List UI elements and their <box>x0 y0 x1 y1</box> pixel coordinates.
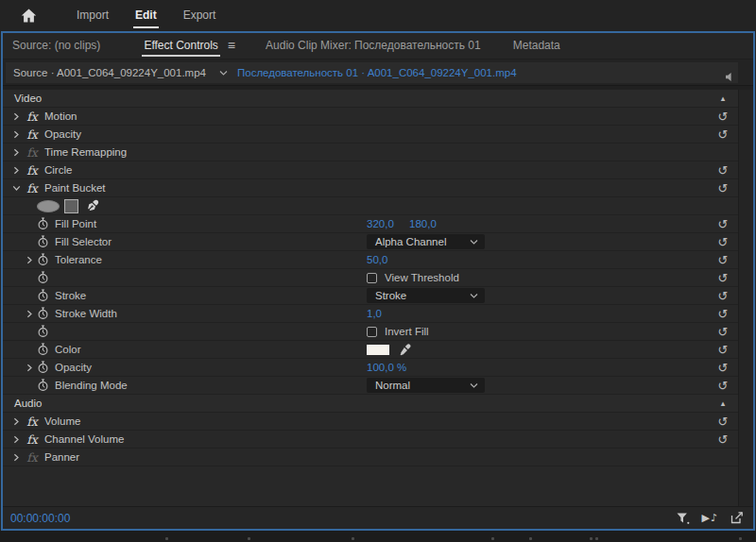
reset-parameter-icon[interactable]: ↺ <box>715 380 730 392</box>
stopwatch-icon[interactable] <box>37 217 49 230</box>
chevron-down-icon[interactable] <box>9 184 24 192</box>
reset-parameter-icon[interactable]: ↺ <box>715 290 730 302</box>
stopwatch-icon[interactable] <box>37 235 49 248</box>
effect-row-circle[interactable]: fx Circle ↺ <box>3 161 753 179</box>
reset-parameter-icon[interactable]: ↺ <box>715 254 730 266</box>
fill-point-y-value[interactable]: 180,0 <box>409 218 437 229</box>
blending-mode-dropdown[interactable]: Normal <box>367 378 485 393</box>
tab-edit[interactable]: Edit <box>122 0 170 31</box>
param-label: Stroke Width <box>55 308 117 319</box>
opacity-value[interactable]: 100,0 % <box>367 362 406 373</box>
reset-parameter-icon[interactable]: ↺ <box>715 218 730 230</box>
effect-row-motion[interactable]: fx Motion ↺ <box>3 108 753 126</box>
fill-point-x-value[interactable]: 320,0 <box>367 218 409 229</box>
fx-badge[interactable]: fx <box>24 127 41 142</box>
fx-badge[interactable]: fx <box>24 181 41 195</box>
stopwatch-icon[interactable] <box>37 361 49 374</box>
scrollbar-gutter[interactable] <box>738 90 753 506</box>
collapse-section-icon[interactable]: ▴ <box>715 93 730 103</box>
effect-row-channel-volume[interactable]: fx Channel Volume ↺ <box>3 431 753 449</box>
tolerance-value[interactable]: 50,0 <box>367 254 387 265</box>
reset-effect-icon[interactable]: ↺ <box>715 433 730 446</box>
stopwatch-icon[interactable] <box>37 325 49 338</box>
panel-menu-icon[interactable]: ≡ <box>228 33 235 59</box>
param-label: Color <box>55 344 80 355</box>
effect-row-paint-bucket[interactable]: fx Paint Bucket ↺ <box>3 179 753 197</box>
reset-effect-icon[interactable]: ↺ <box>715 182 730 195</box>
color-swatch[interactable] <box>367 345 389 355</box>
reset-parameter-icon[interactable]: ↺ <box>715 326 730 338</box>
dropdown-value: Normal <box>375 380 410 391</box>
fx-badge-disabled[interactable]: fx <box>24 145 41 160</box>
chevron-right-icon[interactable] <box>9 130 24 139</box>
fx-badge[interactable]: fx <box>24 110 41 124</box>
panel-footer: 00:00:00:00 ▶♪ <box>3 506 753 529</box>
reset-parameter-icon[interactable]: ↺ <box>715 362 730 374</box>
premiere-window: Import Edit Export Source: (no clips) Ef… <box>0 0 756 542</box>
tab-metadata[interactable]: Metadata <box>504 33 570 59</box>
tab-export[interactable]: Export <box>170 0 230 31</box>
tab-import[interactable]: Import <box>63 0 122 31</box>
chevron-right-icon[interactable] <box>9 435 24 444</box>
chevron-right-icon[interactable] <box>22 256 37 264</box>
stopwatch-icon[interactable] <box>37 289 49 302</box>
fx-badge-disabled[interactable]: fx <box>24 450 41 465</box>
filter-properties-icon[interactable] <box>677 513 690 524</box>
eyedropper-icon[interactable] <box>399 344 411 356</box>
tab-source-monitor[interactable]: Source: (no clips) <box>3 33 110 59</box>
reset-parameter-icon[interactable]: ↺ <box>715 344 730 356</box>
pen-tool-icon[interactable] <box>85 199 100 213</box>
home-icon[interactable] <box>21 8 37 23</box>
stroke-width-value[interactable]: 1,0 <box>367 308 382 319</box>
fx-badge[interactable]: fx <box>24 163 41 178</box>
tab-effect-controls[interactable]: Effect Controls <box>134 33 227 59</box>
stroke-type-dropdown[interactable]: Stroke <box>367 288 485 303</box>
timecode[interactable]: 00:00:00:00 <box>10 512 70 525</box>
reset-parameter-icon[interactable]: ↺ <box>715 308 730 320</box>
stopwatch-icon[interactable] <box>37 253 49 266</box>
reset-effect-icon[interactable]: ↺ <box>715 110 730 123</box>
effect-name: Motion <box>44 110 77 122</box>
chevron-down-icon[interactable] <box>219 70 228 76</box>
chevron-right-icon[interactable] <box>9 148 24 157</box>
stopwatch-icon[interactable] <box>37 307 49 320</box>
collapse-section-icon[interactable]: ▴ <box>715 398 730 408</box>
param-label: Stroke <box>55 290 86 301</box>
param-row-stroke: Stroke Stroke ↺ <box>3 287 753 305</box>
sequence-clip-label[interactable]: Последовательность 01 · A001_C064_09224Y… <box>237 67 517 78</box>
rectangle-tool-icon[interactable] <box>64 199 78 213</box>
reset-effect-icon[interactable]: ↺ <box>715 128 730 141</box>
play-audio-icon[interactable]: ▶♪ <box>702 512 719 524</box>
section-header-audio[interactable]: Audio ▴ <box>3 395 753 413</box>
effect-row-opacity[interactable]: fx Opacity ↺ <box>3 126 753 144</box>
reset-effect-icon[interactable]: ↺ <box>715 415 730 428</box>
chevron-right-icon[interactable] <box>9 417 24 426</box>
view-threshold-checkbox[interactable] <box>367 273 377 283</box>
fx-badge[interactable]: fx <box>24 432 41 447</box>
chevron-right-icon[interactable] <box>22 310 37 318</box>
checkbox-label: View Threshold <box>385 272 459 283</box>
export-keyframes-icon[interactable] <box>730 512 744 524</box>
chevron-right-icon[interactable] <box>9 453 24 462</box>
stopwatch-icon[interactable] <box>37 271 49 284</box>
chevron-right-icon[interactable] <box>9 112 24 121</box>
ellipse-tool-icon[interactable] <box>37 200 60 212</box>
section-header-video[interactable]: Video ▴ <box>3 90 753 108</box>
reset-parameter-icon[interactable]: ↺ <box>715 272 730 284</box>
param-row-blending-mode: Blending Mode Normal ↺ <box>3 377 753 395</box>
tab-audio-clip-mixer[interactable]: Audio Clip Mixer: Последовательность 01 <box>256 33 490 59</box>
effect-row-panner[interactable]: fx Panner <box>3 449 753 466</box>
invert-fill-checkbox[interactable] <box>367 327 377 337</box>
effect-row-volume[interactable]: fx Volume ↺ <box>3 413 753 431</box>
reset-effect-icon[interactable]: ↺ <box>715 164 730 177</box>
audio-speaker-icon[interactable] <box>725 69 735 86</box>
stopwatch-icon[interactable] <box>37 343 49 356</box>
fx-badge[interactable]: fx <box>24 415 41 429</box>
source-clip-label[interactable]: Source · A001_C064_09224Y_001.mp4 <box>13 67 206 78</box>
effect-row-time-remapping[interactable]: fx Time Remapping <box>3 144 753 161</box>
fill-selector-dropdown[interactable]: Alpha Channel <box>367 234 485 249</box>
reset-parameter-icon[interactable]: ↺ <box>715 236 730 248</box>
chevron-right-icon[interactable] <box>9 166 24 175</box>
stopwatch-icon[interactable] <box>37 379 49 392</box>
chevron-right-icon[interactable] <box>22 364 37 372</box>
